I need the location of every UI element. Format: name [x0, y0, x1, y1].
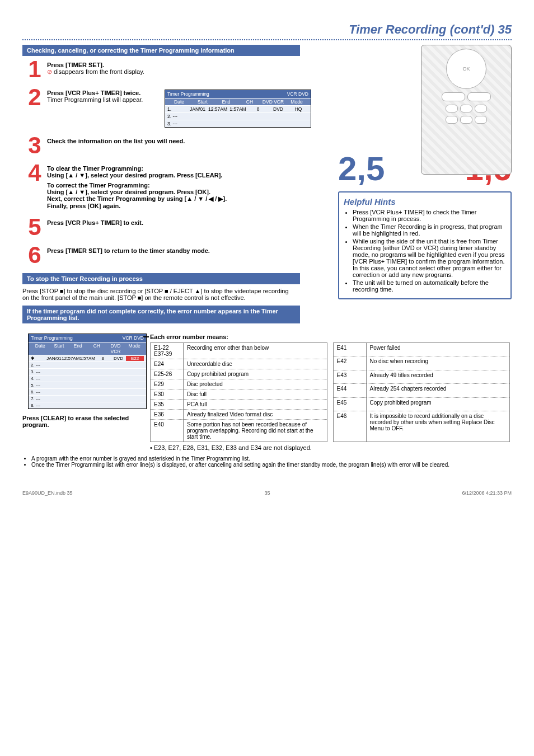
- step-num-3: 3: [22, 135, 47, 156]
- callout-2-5: 2,5: [338, 152, 385, 186]
- step-3: 3 Check the information on the list you …: [22, 135, 327, 156]
- step-5-line1: Press [VCR Plus+ TIMER] to exit.: [47, 219, 327, 226]
- helpful-hints-title: Helpful Hints: [344, 197, 506, 206]
- step-2-line1: Press [VCR Plus+ TIMER] twice.: [47, 90, 153, 96]
- step-num-6: 6: [22, 245, 47, 265]
- hint-item: Press [VCR Plus+ TIMER] to check the Tim…: [353, 209, 506, 222]
- subhead-checking: Checking, canceling, or correcting the T…: [22, 45, 300, 56]
- step-num-2: 2: [22, 87, 47, 107]
- step-1-line1: Press [TIMER SET].: [47, 62, 327, 68]
- step-num-1: 1: [22, 59, 47, 79]
- step-6-line1: Press [TIMER SET] to return to the timer…: [47, 247, 327, 254]
- step-4-line3: To correct the Timer Programming:: [47, 182, 327, 189]
- note-error-bar: If the timer program did not complete co…: [22, 306, 300, 323]
- step-5: 5 Press [VCR Plus+ TIMER] to exit.: [22, 217, 327, 237]
- subhead-stop: To stop the Timer Recording in process: [22, 273, 300, 284]
- step-4-line2: Using [▲ / ▼], select your desired progr…: [47, 172, 327, 179]
- footer-page: 35: [264, 490, 270, 496]
- error-table-left: E1-22 E37-39Recording error other than b…: [150, 342, 327, 442]
- osd-timer-programming-1: Timer ProgrammingVCR DVD DateStartEnd CH…: [165, 90, 311, 128]
- dpad-icon: OK: [446, 49, 486, 89]
- footnotes: A program with the error number is graye…: [22, 456, 512, 468]
- error-table-right: E41Power failed E42No disc when recordin…: [333, 342, 510, 442]
- hint-item: The unit will be turned on automatically…: [353, 279, 506, 293]
- page-footer: E9A90UD_EN.indb 35 35 6/12/2006 4:21:33 …: [22, 490, 512, 496]
- footer-right: 6/12/2006 4:21:33 PM: [462, 490, 512, 496]
- step-2: 2 Press [VCR Plus+ TIMER] twice. Timer P…: [22, 87, 327, 128]
- step-4-line6: Finally, press [OK] again.: [47, 203, 327, 209]
- error-heading: Each error number means:: [150, 334, 512, 340]
- step-4-line4: Using [▲ / ▼], select your desired progr…: [47, 189, 327, 195]
- footnote-item: Once the Timer Programming list with err…: [31, 462, 512, 468]
- step-num-5: 5: [22, 217, 47, 237]
- footnote-item: A program with the error number is graye…: [31, 456, 512, 462]
- step-1-line2: ⊘ disappears from the front display.: [47, 68, 327, 76]
- footer-left: E9A90UD_EN.indb 35: [22, 490, 73, 496]
- page-title: Timer Recording (cont'd) 35: [22, 22, 512, 37]
- remote-illustration: OK: [421, 45, 512, 175]
- step-4: 4 To clear the Timer Programming: Using …: [22, 163, 327, 209]
- step-3-line1: Check the information on the list you wi…: [47, 138, 327, 144]
- step-1: 1 Press [TIMER SET]. ⊘ disappears from t…: [22, 59, 327, 79]
- step-2-line2: Timer Programming list will appear.: [47, 96, 153, 103]
- step-6: 6 Press [TIMER SET] to return to the tim…: [22, 245, 327, 265]
- hint-item: When the Timer Recording is in progress,…: [353, 223, 506, 237]
- divider: [22, 39, 512, 40]
- hint-item: While using the side of the unit that is…: [353, 238, 506, 278]
- step-4-line1: To clear the Timer Programming:: [47, 165, 327, 172]
- osd-timer-programming-2: Timer ProgrammingVCR DVD DateStartEnd CH…: [28, 334, 147, 409]
- step-4-line5: Next, correct the Timer Programming by u…: [47, 195, 327, 203]
- step-num-4: 4: [22, 163, 47, 183]
- press-clear-caption: Press [CLEAR] to erase the selected prog…: [22, 415, 140, 428]
- helpful-hints-box: Helpful Hints Press [VCR Plus+ TIMER] to…: [338, 191, 512, 299]
- stop-text: Press [STOP ■] to stop the disc recordin…: [22, 288, 291, 301]
- error-note: • E23, E27, E28, E31, E32, E33 and E34 a…: [150, 444, 512, 451]
